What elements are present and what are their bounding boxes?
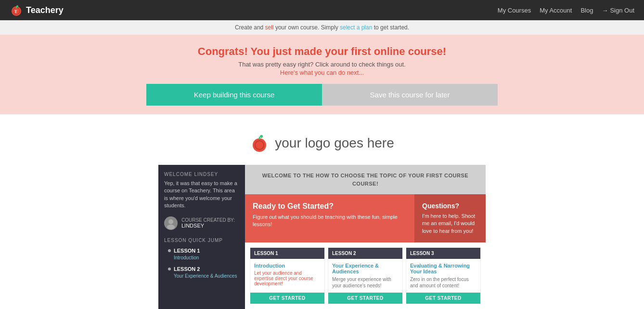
lesson-card-3-text: Zero in on the perfect focus and amount … — [410, 276, 477, 289]
svg-point-10 — [167, 225, 175, 229]
sidebar-lesson-1-title: LESSON 1 — [168, 248, 239, 254]
lesson-2-get-started-button[interactable]: GET STARTED — [328, 293, 402, 304]
logo-area: your logo goes here — [250, 133, 394, 154]
promo-middle: your own course. Simply — [274, 24, 340, 31]
promo-left: Ready to Get Started? Figure out what yo… — [245, 194, 414, 242]
lesson-card-3: LESSON 3 Evaluating & Narrowing Your Ide… — [406, 247, 481, 304]
promo-suffix: to get started. — [372, 24, 409, 31]
congrats-banner: Congrats! You just made your first onlin… — [0, 35, 644, 114]
blog-link[interactable]: Blog — [580, 7, 593, 14]
sidebar-lesson-2: LESSON 2 Your Experience & Audiences — [164, 266, 239, 279]
lesson-1-get-started-button[interactable]: GET STARTED — [250, 293, 324, 304]
lesson-card-2-text: Merge your experience with your audience… — [332, 276, 399, 289]
sidebar-lesson-2-sub: Your Experience & Audiences — [168, 273, 239, 279]
lesson-card-1-header: LESSON 1 — [250, 248, 324, 259]
congrats-subtitle: That was pretty easy right? Click around… — [10, 61, 634, 68]
lesson-card-2-body: Your Experience & Audiences Merge your e… — [328, 259, 402, 293]
lesson-card-2-name: Your Experience & Audiences — [332, 263, 399, 274]
course-preview: WELCOME LINDSEY Yep, it was that easy to… — [158, 165, 486, 309]
promo-right-desc: I'm here to help. Shoot me an email, I'd… — [422, 213, 478, 235]
promo-left-desc: Figure out what you should be teaching w… — [253, 214, 407, 228]
lesson-card-2: LESSON 2 Your Experience & Audiences Mer… — [328, 247, 403, 304]
course-main: WELCOME TO THE HOW TO CHOOSE THE TOPIC O… — [245, 165, 486, 309]
navbar-links: My Courses My Account Blog → Sign Out — [498, 7, 634, 14]
my-account-link[interactable]: My Account — [540, 7, 572, 14]
lesson-1-dot — [168, 249, 171, 252]
congrats-buttons: Keep building this course Save this cour… — [146, 84, 498, 106]
lesson-card-3-body: Evaluating & Narrowing Your Ideas Zero i… — [406, 259, 480, 293]
course-header: WELCOME TO THE HOW TO CHOOSE THE TOPIC O… — [245, 165, 486, 194]
svg-point-9 — [168, 219, 173, 224]
sidebar-author-info: COURSE CREATED BY: LINDSEY — [181, 217, 235, 228]
course-promo-row: Ready to Get Started? Figure out what yo… — [245, 194, 486, 242]
lesson-card-1: LESSON 1 Introduction Let your audience … — [250, 247, 325, 304]
navbar: T Teachery My Courses My Account Blog → … — [0, 0, 644, 20]
lesson-card-3-header: LESSON 3 — [406, 248, 480, 259]
author-name: LINDSEY — [181, 223, 235, 228]
avatar-icon — [164, 216, 178, 230]
sidebar-lesson-1-sub: Introduction — [168, 255, 239, 260]
sidebar-welcome-title: WELCOME LINDSEY — [164, 172, 239, 177]
svg-point-8 — [260, 135, 263, 138]
lesson-2-dot — [168, 268, 171, 270]
lesson-card-3-name: Evaluating & Narrowing Your Ideas — [410, 263, 477, 274]
lesson-3-get-started-button[interactable]: GET STARTED — [406, 293, 480, 304]
logo-text: your logo goes here — [275, 135, 394, 151]
sign-out-link[interactable]: → Sign Out — [602, 7, 634, 14]
svg-text:T: T — [14, 9, 17, 14]
lesson-card-2-header: LESSON 2 — [328, 248, 402, 259]
promo-prefix: Create and — [235, 24, 265, 31]
lesson-card-1-name: Introduction — [254, 263, 321, 269]
lesson-card-1-body: Introduction Let your audience and exper… — [250, 259, 324, 293]
sidebar-welcome-text: Yep, it was that easy to make a course o… — [164, 180, 239, 210]
promo-right-title: Questions? — [422, 202, 478, 210]
brand-logo[interactable]: T Teachery — [10, 3, 64, 17]
sidebar-lesson-1: LESSON 1 Introduction — [164, 248, 239, 260]
promo-right: Questions? I'm here to help. Shoot me an… — [414, 194, 486, 242]
brand-name: Teachery — [26, 5, 64, 15]
signout-icon: → — [602, 7, 608, 14]
logo-section: your logo goes here — [0, 114, 644, 165]
congrats-sub2: Here's what you can do next... — [10, 69, 634, 76]
promo-select[interactable]: select a plan — [340, 24, 372, 31]
my-courses-link[interactable]: My Courses — [498, 7, 531, 14]
svg-point-3 — [16, 5, 18, 7]
course-sidebar: WELCOME LINDSEY Yep, it was that easy to… — [158, 165, 245, 309]
save-later-button[interactable]: Save this course for later — [322, 84, 498, 106]
sidebar-author: COURSE CREATED BY: LINDSEY — [164, 216, 239, 230]
avatar — [164, 216, 178, 230]
lesson-quick-jump-label: LESSON QUICK JUMP — [164, 238, 239, 243]
congrats-title: Congrats! You just made your first onlin… — [10, 45, 634, 58]
promo-sell[interactable]: sell — [265, 24, 274, 31]
teachery-logo-icon: T — [10, 3, 23, 17]
lessons-grid: LESSON 1 Introduction Let your audience … — [245, 242, 486, 309]
lesson-card-1-subtitle: Let your audience and expertise direct y… — [254, 270, 321, 286]
keep-building-button[interactable]: Keep building this course — [146, 84, 322, 106]
promo-bar: Create and sell your own course. Simply … — [0, 20, 644, 35]
author-label: COURSE CREATED BY: — [181, 217, 235, 223]
sidebar-lesson-2-title: LESSON 2 — [168, 266, 239, 272]
logo-icon — [250, 133, 269, 154]
promo-left-title: Ready to Get Started? — [253, 202, 407, 211]
